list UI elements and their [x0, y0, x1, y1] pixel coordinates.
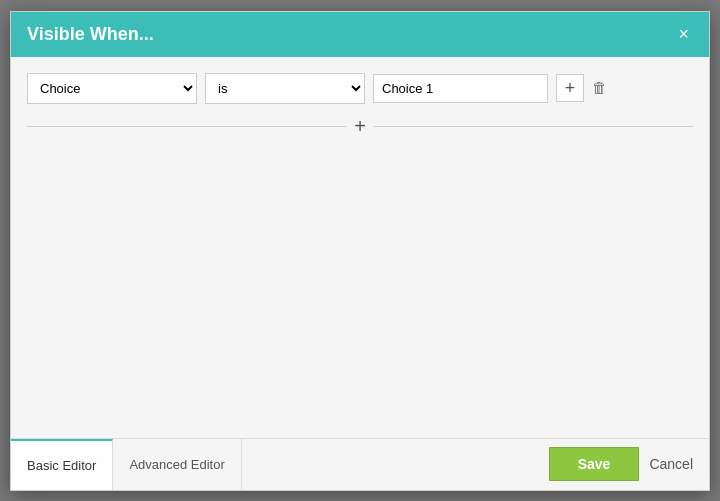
add-condition-row: +	[27, 116, 693, 136]
trash-icon	[592, 79, 607, 97]
value-input[interactable]	[373, 74, 548, 103]
tab-basic-editor[interactable]: Basic Editor	[11, 439, 113, 490]
cancel-button[interactable]: Cancel	[649, 456, 693, 472]
delete-condition-button[interactable]	[592, 79, 607, 97]
modal-dialog: Visible When... × Choice is + + Basic Ed…	[10, 11, 710, 491]
tab-advanced-editor[interactable]: Advanced Editor	[113, 439, 241, 490]
modal-header: Visible When... ×	[11, 12, 709, 57]
field-select[interactable]: Choice	[27, 73, 197, 104]
modal-body: Choice is + +	[11, 57, 709, 438]
add-value-button[interactable]: +	[556, 74, 584, 102]
close-button[interactable]: ×	[674, 25, 693, 43]
footer-tabs: Basic Editor Advanced Editor	[11, 439, 242, 490]
modal-title: Visible When...	[27, 24, 154, 45]
modal-footer: Basic Editor Advanced Editor Save Cancel	[11, 438, 709, 490]
add-condition-button[interactable]: +	[346, 116, 374, 136]
operator-select[interactable]: is	[205, 73, 365, 104]
condition-row: Choice is +	[27, 73, 693, 104]
save-button[interactable]: Save	[549, 447, 640, 481]
footer-actions: Save Cancel	[549, 447, 709, 481]
